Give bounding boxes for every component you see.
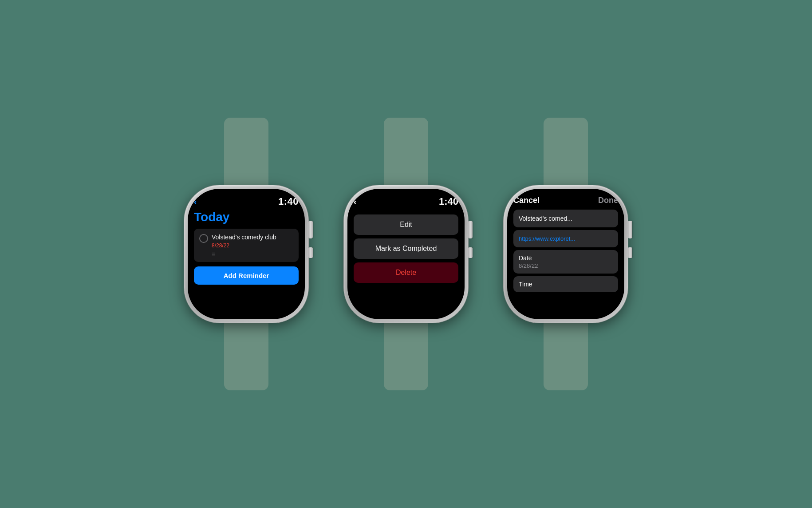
notes-lines-icon: ≡: [212, 250, 293, 258]
reminder-checkbox[interactable]: [199, 234, 208, 243]
url-field-value: https://www.exploret...: [519, 235, 613, 242]
watch-case-1: ‹ 1:40 Today Volstead's comedy club 8/28…: [184, 185, 308, 323]
date-field[interactable]: Date 8/28/22: [513, 250, 618, 274]
watch-case-2: ‹ 1:40 Edit Mark as Completed Delete: [344, 185, 468, 323]
title-field-value: Volstead's comed...: [519, 215, 613, 222]
watch1-time: 1:40: [278, 196, 299, 207]
date-field-value: 8/28/22: [519, 262, 613, 269]
cancel-button[interactable]: Cancel: [513, 196, 540, 205]
watch-band-top-2: [384, 118, 428, 189]
reminder-title: Volstead's comedy club: [212, 233, 293, 241]
reminder-date: 8/28/22: [212, 242, 293, 249]
watch-2: ‹ 1:40 Edit Mark as Completed Delete: [344, 118, 468, 390]
watch2-header: ‹ 1:40: [354, 196, 458, 207]
watch1-reminder-card[interactable]: Volstead's comedy club 8/28/22 ≡: [194, 229, 299, 262]
watch-band-bottom-3: [544, 319, 588, 390]
watch-band-top-3: [544, 118, 588, 189]
back-arrow-icon[interactable]: ‹: [194, 197, 197, 207]
watch-screen-1: ‹ 1:40 Today Volstead's comedy club 8/28…: [188, 189, 305, 319]
watch-1: ‹ 1:40 Today Volstead's comedy club 8/28…: [184, 118, 308, 390]
watch3-header: Cancel Done: [513, 196, 618, 205]
watch-crown-3: [628, 221, 632, 238]
watch-screen-2: ‹ 1:40 Edit Mark as Completed Delete: [347, 189, 465, 319]
delete-button[interactable]: Delete: [354, 262, 458, 283]
reminder-text: Volstead's comedy club 8/28/22 ≡: [212, 233, 293, 258]
add-reminder-button[interactable]: Add Reminder: [194, 266, 299, 285]
mark-completed-button[interactable]: Mark as Completed: [354, 238, 458, 259]
time-field-label: Time: [519, 281, 613, 288]
edit-button[interactable]: Edit: [354, 214, 458, 235]
watch-band-bottom-1: [224, 319, 268, 390]
watch-crown-1: [308, 221, 313, 238]
watch2-time: 1:40: [439, 196, 458, 207]
watch-case-3: Cancel Done Volstead's comed... https://…: [504, 185, 628, 323]
watch-btn-3: [628, 247, 632, 258]
watch-band-top-1: [224, 118, 268, 189]
url-field[interactable]: https://www.exploret...: [513, 230, 618, 247]
watch-btn-2: [468, 247, 473, 258]
back-arrow-icon-2[interactable]: ‹: [354, 197, 357, 207]
watch-3: Cancel Done Volstead's comed... https://…: [504, 118, 628, 390]
done-button[interactable]: Done: [598, 196, 618, 205]
watch-band-bottom-2: [384, 319, 428, 390]
date-field-label: Date: [519, 254, 613, 262]
watch-screen-3: Cancel Done Volstead's comed... https://…: [507, 189, 624, 319]
watch1-title: Today: [194, 210, 299, 224]
title-field[interactable]: Volstead's comed...: [513, 210, 618, 227]
watch-crown-2: [468, 221, 473, 238]
watch1-header: ‹ 1:40: [194, 196, 299, 207]
watch-btn-1: [308, 247, 313, 258]
time-field[interactable]: Time: [513, 276, 618, 292]
